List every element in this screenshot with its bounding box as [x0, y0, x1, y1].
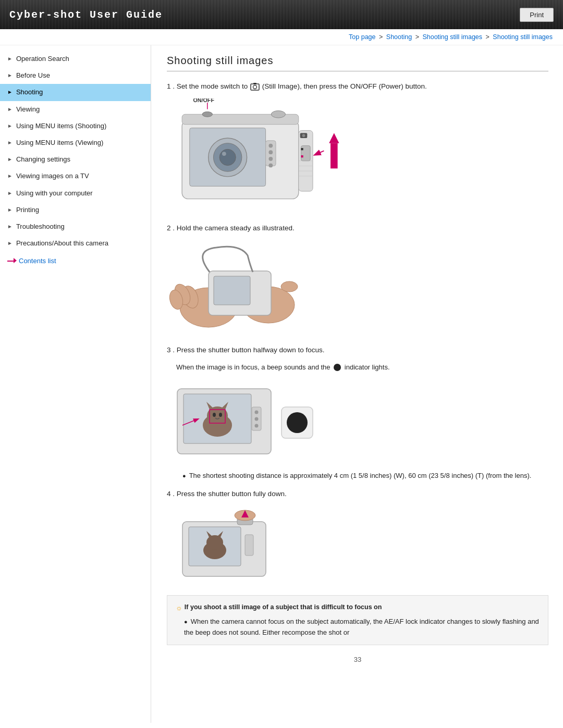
sidebar-item-menu-shooting[interactable]: ► Using MENU items (Shooting): [0, 118, 151, 134]
arrow-icon: ►: [7, 156, 13, 163]
sidebar-item-before-use[interactable]: ► Before Use: [0, 67, 151, 84]
sidebar-label: Changing settings: [16, 155, 70, 164]
hold-camera-diagram: [167, 240, 313, 334]
bullet-note: The shortest shooting distance is approx…: [182, 471, 548, 482]
tip-title-text: If you shoot a still image of a subject …: [185, 602, 382, 612]
contents-list-link[interactable]: Contents list: [0, 252, 151, 268]
svg-point-13: [222, 152, 226, 156]
arrow-icon: ►: [7, 106, 13, 113]
svg-rect-31: [331, 143, 338, 168]
step-1-diagram: ON/OFF ■ ■: [167, 98, 548, 213]
main-content: Shooting still images 1 . Set the mode s…: [151, 45, 563, 723]
svg-line-25: [315, 151, 324, 155]
step-2-text: 2 . Hold the camera steady as illustrate…: [167, 223, 548, 234]
breadcrumb-shooting[interactable]: Shooting: [386, 33, 412, 41]
arrow-icon: ►: [7, 72, 13, 79]
step-1-number: 1 .: [167, 82, 175, 90]
svg-point-22: [302, 134, 305, 137]
app-title: Cyber-shot User Guide: [9, 9, 163, 21]
tip-title: ☼ If you shoot a still image of a subjec…: [176, 602, 540, 613]
svg-point-55: [287, 412, 308, 433]
sidebar-label: Operation Search: [16, 54, 69, 64]
breadcrumb-sep3: >: [486, 33, 492, 41]
step-4-text: 4 . Press the shutter button fully down.: [167, 488, 548, 500]
sidebar-item-shooting[interactable]: ► Shooting: [0, 84, 151, 101]
svg-point-18: [268, 163, 273, 167]
arrow-icon: ►: [7, 172, 13, 180]
svg-text:■: ■: [301, 146, 303, 152]
svg-point-15: [268, 143, 273, 147]
step-4-number: 4 .: [167, 490, 175, 498]
sidebar: ► Operation Search ► Before Use ► Shooti…: [0, 45, 151, 723]
svg-point-1: [253, 85, 257, 89]
sidebar-item-precautions[interactable]: ► Precautions/About this camera: [0, 235, 151, 252]
sidebar-item-printing[interactable]: ► Printing: [0, 202, 151, 218]
step-1-content: Set the mode switch to (Still Image), th…: [177, 82, 427, 90]
sidebar-label: Shooting: [16, 88, 43, 97]
sidebar-item-menu-viewing[interactable]: ► Using MENU items (Viewing): [0, 134, 151, 151]
svg-point-12: [219, 149, 236, 165]
arrow-icon: ►: [7, 89, 13, 96]
breadcrumb-sep2: >: [415, 33, 421, 41]
svg-point-6: [271, 110, 285, 118]
sidebar-item-computer[interactable]: ► Using with your computer: [0, 185, 151, 202]
svg-rect-38: [214, 276, 250, 305]
contents-arrow-icon: [7, 258, 17, 264]
main-layout: ► Operation Search ► Before Use ► Shooti…: [0, 45, 563, 723]
sidebar-label: Troubleshooting: [16, 222, 65, 231]
arrow-icon: ►: [7, 206, 13, 214]
sidebar-item-viewing[interactable]: ► Viewing: [0, 101, 151, 118]
step-3-content: Press the shutter button halfway down to…: [177, 346, 325, 354]
tip-icon: ☼: [176, 602, 182, 613]
step-4-content: Press the shutter button fully down.: [177, 490, 287, 498]
focus-diagram: [167, 378, 323, 462]
still-image-icon: [250, 81, 260, 92]
breadcrumb: Top page > Shooting > Shooting still ima…: [0, 29, 563, 45]
step-2-content: Hold the camera steady as illustrated.: [177, 224, 295, 232]
step-2-number: 2 .: [167, 224, 175, 232]
tip-bullet: When the camera cannot focus on the subj…: [184, 616, 540, 638]
contents-list-label: Contents list: [19, 257, 56, 265]
sidebar-item-troubleshooting[interactable]: ► Troubleshooting: [0, 218, 151, 235]
svg-point-46: [213, 413, 216, 417]
svg-point-53: [255, 424, 259, 427]
arrow-icon: ►: [7, 55, 13, 63]
step-3-diagram: [167, 378, 548, 463]
arrow-icon: ►: [7, 240, 13, 247]
svg-rect-62: [245, 535, 253, 556]
arrow-icon: ►: [7, 122, 13, 130]
svg-point-39: [281, 281, 298, 292]
sidebar-label: Printing: [16, 205, 39, 215]
sidebar-item-operation-search[interactable]: ► Operation Search: [0, 51, 151, 67]
sidebar-item-viewing-tv[interactable]: ► Viewing images on a TV: [0, 168, 151, 184]
step-3-number: 3 .: [167, 346, 175, 354]
svg-text:ON/OFF: ON/OFF: [193, 98, 215, 103]
svg-text:■: ■: [301, 153, 303, 158]
breadcrumb-top[interactable]: Top page: [349, 33, 375, 41]
step-2-diagram: [167, 240, 548, 335]
breadcrumb-sep1: >: [379, 33, 385, 41]
camera-diagram: ON/OFF ■ ■: [167, 98, 349, 213]
arrow-icon: ►: [7, 190, 13, 197]
svg-point-52: [255, 417, 259, 421]
step-1-text: 1 . Set the mode switch to (Still Image)…: [167, 81, 548, 92]
svg-point-17: [268, 157, 273, 161]
page-title: Shooting still images: [167, 55, 548, 71]
breadcrumb-still1[interactable]: Shooting still images: [422, 33, 482, 41]
breadcrumb-still2[interactable]: Shooting still images: [493, 33, 553, 41]
print-button[interactable]: Print: [520, 8, 554, 22]
sidebar-label: Using MENU items (Shooting): [16, 121, 106, 131]
sidebar-label: Viewing images on a TV: [16, 171, 89, 181]
step-3-subtext: When the image is in focus, a beep sound…: [176, 362, 548, 373]
indicator-dot: [334, 364, 341, 371]
svg-rect-0: [251, 84, 259, 90]
svg-point-51: [255, 410, 259, 414]
svg-marker-30: [329, 133, 339, 143]
header: Cyber-shot User Guide Print: [0, 0, 563, 29]
sidebar-item-changing-settings[interactable]: ► Changing settings: [0, 151, 151, 168]
sidebar-label: Using with your computer: [16, 189, 93, 198]
step-4-diagram: [167, 506, 548, 586]
sidebar-label: Precautions/About this camera: [16, 239, 108, 248]
arrow-icon: ►: [7, 223, 13, 230]
svg-point-47: [219, 413, 222, 417]
